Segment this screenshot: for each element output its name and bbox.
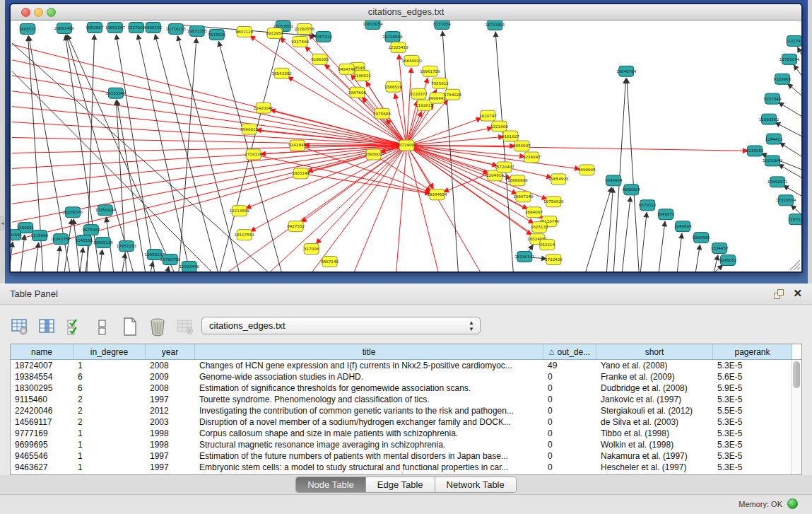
graph-node[interactable]: 19671355 bbox=[187, 25, 208, 36]
graph-node[interactable]: 2684067 bbox=[525, 207, 543, 218]
select-column-icon[interactable] bbox=[37, 317, 57, 337]
graph-node[interactable]: 10653287 bbox=[105, 22, 126, 33]
graph-node[interactable]: 15722491 bbox=[485, 21, 505, 30]
graph-node[interactable]: 1610747 bbox=[479, 110, 497, 121]
resize-grip-icon[interactable] bbox=[790, 260, 800, 270]
window-titlebar[interactable]: citations_edges.txt bbox=[11, 4, 801, 21]
graph-node[interactable]: 9161627 bbox=[502, 131, 519, 141]
graph-node[interactable]: 12093582 bbox=[759, 114, 779, 124]
graph-node[interactable]: 2803144 bbox=[292, 168, 310, 179]
graph-node[interactable]: 19654923 bbox=[548, 174, 569, 185]
table-row[interactable]: 1830029562008Estimation of significance … bbox=[11, 382, 791, 394]
table-row[interactable]: 1456911722003Disruption of a novel membe… bbox=[11, 416, 791, 428]
graph-node[interactable]: 18724007 bbox=[396, 140, 417, 151]
column-header-out_de[interactable]: △out_de... bbox=[543, 344, 596, 359]
graph-node[interactable]: 22420046 bbox=[253, 103, 273, 113]
graph-node[interactable]: 8996012 bbox=[240, 124, 258, 134]
graph-node[interactable]: 18813054 bbox=[363, 21, 383, 29]
graph-node[interactable]: 16210643 bbox=[763, 156, 783, 166]
graph-node[interactable]: 6679112 bbox=[639, 200, 657, 211]
graph-node[interactable]: 1049699 bbox=[674, 221, 692, 232]
table-row[interactable]: 1872400712008Changes of HCN gene express… bbox=[11, 360, 791, 371]
graph-node[interactable]: 12325419 bbox=[388, 42, 408, 52]
graph-node[interactable]: 13505135 bbox=[93, 238, 114, 248]
graph-node[interactable]: 16640910 bbox=[401, 55, 422, 66]
graph-node[interactable]: 9975887 bbox=[82, 225, 100, 235]
graph-node[interactable]: 15692971 bbox=[767, 177, 788, 187]
table-row[interactable]: 911546021997Tourette syndrome. Phenomeno… bbox=[11, 394, 791, 405]
graph-node[interactable]: 18807249 bbox=[513, 192, 534, 202]
graph-node[interactable]: 8427552 bbox=[287, 221, 305, 232]
graph-node[interactable]: 7955812 bbox=[431, 78, 449, 88]
graph-node[interactable]: 1115689 bbox=[31, 230, 49, 241]
graph-node[interactable]: 1534457 bbox=[711, 243, 729, 254]
graph-node[interactable]: 9853807 bbox=[86, 22, 103, 33]
graph-node[interactable]: 252214 bbox=[540, 240, 555, 250]
graph-node[interactable]: 1615132 bbox=[531, 222, 548, 233]
column-header-name[interactable]: name bbox=[11, 344, 73, 359]
graph-node[interactable]: 20891406 bbox=[54, 23, 75, 33]
table-row[interactable]: 946554611997Estimation of the future num… bbox=[11, 450, 791, 462]
graph-node[interactable]: 9224047 bbox=[523, 152, 541, 163]
graph-node[interactable]: 16648784 bbox=[616, 66, 637, 76]
tab-node-table[interactable]: Node Table bbox=[296, 477, 366, 492]
graph-node[interactable]: 18107553 bbox=[234, 230, 254, 240]
graph-node[interactable]: 1121743 bbox=[786, 35, 801, 46]
graph-node[interactable]: 12342757 bbox=[51, 234, 71, 245]
graph-node[interactable]: 2867608 bbox=[348, 87, 366, 98]
graph-node[interactable]: 9329966 bbox=[774, 74, 792, 84]
graph-node[interactable]: 6958924 bbox=[623, 185, 640, 195]
splitter-handle-icon[interactable]: ▾ bbox=[401, 469, 404, 476]
graph-node[interactable]: 1145195 bbox=[75, 235, 93, 246]
graph-node[interactable]: 9146821 bbox=[353, 70, 371, 81]
graph-node[interactable]: 15720407 bbox=[494, 162, 514, 173]
column-header-short[interactable]: short bbox=[596, 344, 713, 359]
graph-node[interactable]: 1893002 bbox=[365, 149, 382, 160]
graph-node[interactable]: 8215955 bbox=[746, 146, 764, 156]
graph-node[interactable]: 9227349 bbox=[764, 93, 782, 104]
column-header-year[interactable]: year bbox=[146, 344, 195, 359]
graph-node[interactable]: 8867140 bbox=[321, 257, 339, 267]
graph-node[interactable]: 22260558 bbox=[294, 23, 314, 34]
graph-node[interactable]: 17016504 bbox=[776, 195, 796, 206]
graph-node[interactable]: 9242848 bbox=[288, 140, 306, 151]
graph-node[interactable]: 12923448 bbox=[180, 262, 200, 271]
graph-node[interactable]: 1321609 bbox=[490, 121, 508, 132]
graph-node[interactable]: 8096595 bbox=[693, 233, 710, 243]
vertical-scrollbar[interactable] bbox=[791, 360, 801, 474]
graph-node[interactable]: 6466162 bbox=[144, 22, 162, 33]
graph-node[interactable]: 1794028 bbox=[444, 89, 461, 100]
table-row[interactable]: 2242004622012Investigating the contribut… bbox=[11, 405, 791, 416]
table-settings-icon[interactable] bbox=[10, 317, 29, 337]
tab-network-table[interactable]: Network Table bbox=[435, 477, 516, 492]
graph-node[interactable]: 16961758 bbox=[420, 66, 440, 76]
collapse-panel-arrow-icon[interactable]: ◂ bbox=[0, 216, 5, 231]
table-panel-titlebar[interactable]: Table Panel ✕ bbox=[0, 284, 812, 305]
graph-node[interactable]: 20206576 bbox=[63, 207, 83, 218]
graph-node[interactable]: 18543382 bbox=[271, 68, 291, 78]
citation-network-graph[interactable]: 1405572208914069853807106532871527002646… bbox=[11, 21, 801, 271]
graph-node[interactable]: 1733426 bbox=[545, 255, 563, 265]
select-all-icon[interactable] bbox=[65, 317, 84, 337]
graph-node[interactable]: 1405572 bbox=[19, 23, 37, 34]
scrollbar-thumb[interactable] bbox=[793, 361, 800, 388]
graph-node[interactable]: 17359924 bbox=[95, 205, 116, 216]
graph-node[interactable]: 19218506 bbox=[382, 31, 403, 42]
graph-node[interactable]: 1640954 bbox=[605, 175, 623, 186]
graph-node[interactable]: 8186328 bbox=[311, 54, 329, 64]
graph-node[interactable]: 8954937 bbox=[513, 141, 531, 151]
graph-node[interactable]: 1849575 bbox=[657, 209, 675, 220]
graph-node[interactable]: 8131054 bbox=[433, 21, 451, 29]
new-table-icon[interactable] bbox=[120, 317, 139, 337]
float-panel-icon[interactable] bbox=[774, 289, 784, 299]
graph-node[interactable]: 9327508 bbox=[291, 36, 309, 47]
graph-node[interactable]: 16782759 bbox=[160, 255, 181, 265]
table-row[interactable]: 969969511998Structural magnetic resonanc… bbox=[11, 439, 791, 450]
graph-node[interactable]: 12213589 bbox=[229, 206, 249, 216]
column-header-pagerank[interactable]: pagerank bbox=[713, 344, 792, 359]
graph-node[interactable]: 10688609 bbox=[507, 175, 528, 186]
graph-node[interactable]: 1527002 bbox=[127, 22, 145, 33]
graph-node[interactable]: 9601128 bbox=[235, 26, 253, 37]
memory-ok-indicator-icon[interactable] bbox=[787, 498, 798, 509]
column-header-in_degree[interactable]: in_degree bbox=[73, 344, 146, 359]
